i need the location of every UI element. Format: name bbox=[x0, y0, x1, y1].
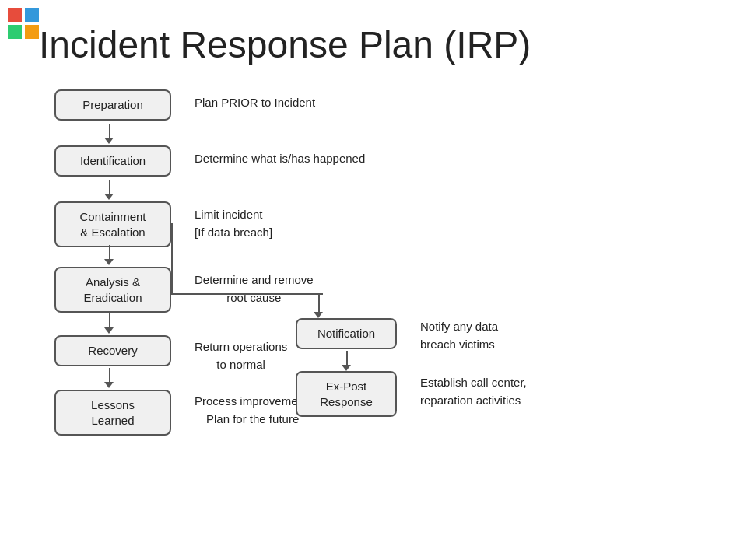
recovery-desc: Return operations to normal bbox=[195, 338, 287, 373]
arrow-2-line bbox=[109, 180, 110, 194]
arrow-3-line bbox=[109, 245, 110, 259]
deco-sq-3 bbox=[8, 25, 22, 39]
diagram: Preparation Identification Containment& … bbox=[39, 89, 739, 509]
expost-desc: Establish call center, reparation activi… bbox=[420, 374, 527, 409]
arrow-5-head bbox=[104, 382, 114, 388]
arrow-2-head bbox=[104, 194, 114, 200]
lessons-desc: Process improvement: Plan for the future bbox=[195, 393, 310, 428]
arrow-1-head bbox=[104, 138, 114, 144]
branch-arrow-head bbox=[314, 312, 323, 318]
arrow-notif-line bbox=[346, 351, 348, 365]
containment-box: Containment& Escalation bbox=[54, 201, 171, 247]
identification-box: Identification bbox=[54, 145, 171, 177]
arrow-5-line bbox=[109, 368, 110, 382]
deco-sq-1 bbox=[8, 8, 22, 22]
deco-sq-2 bbox=[25, 8, 39, 22]
branch-down-line bbox=[318, 295, 320, 312]
prep-desc: Plan PRIOR to Incident bbox=[195, 96, 315, 109]
notification-box: Notification bbox=[296, 318, 397, 349]
cont-desc: Limit incident [If data breach] bbox=[195, 206, 272, 241]
decorative-squares bbox=[8, 8, 39, 39]
analysis-desc: Determine and remove root cause bbox=[195, 271, 314, 306]
branch-h-line bbox=[171, 293, 323, 295]
branch-v-line bbox=[171, 223, 173, 293]
lessons-box: LessonsLearned bbox=[54, 390, 171, 436]
arrow-1-line bbox=[109, 124, 110, 138]
arrow-4-head bbox=[104, 327, 114, 334]
page-title: Incident Response Plan (IRP) bbox=[39, 23, 716, 66]
arrow-4-line bbox=[109, 313, 110, 327]
preparation-box: Preparation bbox=[54, 89, 171, 121]
expost-box: Ex-PostResponse bbox=[296, 371, 397, 417]
arrow-notif-head bbox=[342, 365, 351, 371]
ident-desc: Determine what is/has happened bbox=[195, 152, 365, 165]
page: Incident Response Plan (IRP) Preparation… bbox=[0, 0, 747, 560]
arrow-3-head bbox=[104, 259, 114, 265]
analysis-box: Analysis &Eradication bbox=[54, 267, 171, 313]
recovery-box: Recovery bbox=[54, 335, 171, 366]
notif-desc: Notify any data breach victims bbox=[420, 318, 498, 353]
deco-sq-4 bbox=[25, 25, 39, 39]
